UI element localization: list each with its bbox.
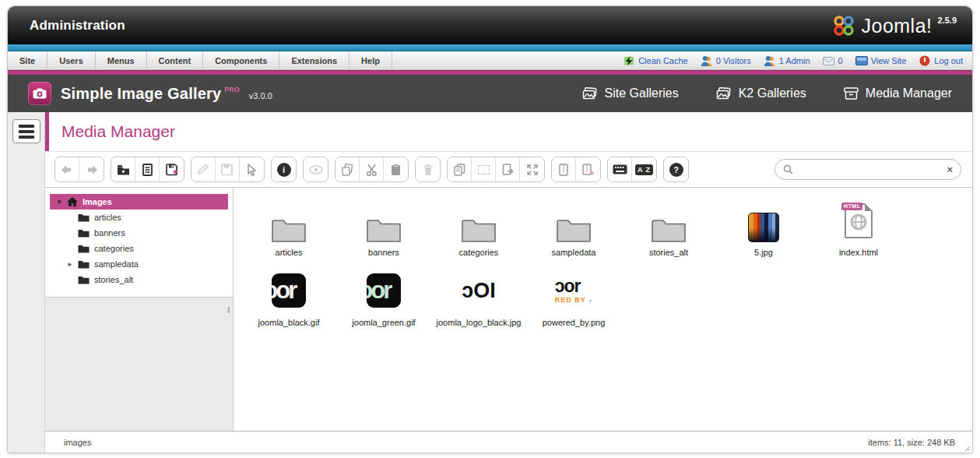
tree-root-images[interactable]: ▼ Images (50, 194, 228, 210)
preview-group (303, 157, 328, 182)
admin-window: Administration Joomla! 2.5.9 Site Users … (8, 6, 972, 453)
tree-item-categories[interactable]: categories (50, 241, 228, 256)
create-group (111, 157, 184, 182)
menu-help[interactable]: Help (349, 51, 392, 69)
tree-item-banners[interactable]: banners (50, 225, 228, 241)
menu-components[interactable]: Components (203, 51, 279, 69)
file-joomla-black-gif[interactable]: ɔor joomla_black.gif (241, 269, 336, 337)
file-folder-stories-alt[interactable]: stories_alt (621, 199, 716, 267)
delete-button[interactable] (416, 157, 440, 181)
k2-galleries-icon (716, 87, 732, 100)
nav-k2-galleries[interactable]: K2 Galleries (716, 86, 806, 100)
file-folder-categories[interactable]: categories (431, 199, 526, 267)
media-body: ▼ Images articles banners (45, 188, 972, 431)
move-button[interactable] (496, 157, 520, 181)
paste-button[interactable] (384, 157, 408, 181)
folder-tree-pane: ▼ Images articles banners (45, 188, 234, 431)
nav-site-galleries[interactable]: Site Galleries (582, 86, 679, 100)
current-path: images (64, 438, 91, 447)
new-file-button[interactable] (135, 157, 160, 181)
save-button[interactable] (216, 157, 240, 181)
zip-add-button[interactable] (576, 157, 600, 181)
duplicate-button[interactable] (448, 157, 472, 181)
upload-save-new-button[interactable] (160, 157, 184, 181)
view-options-group: A Z (607, 157, 657, 182)
sort-az-button[interactable]: A Z (632, 157, 656, 181)
page-title: Media Manager (61, 122, 175, 141)
menu-extensions[interactable]: Extensions (279, 51, 349, 69)
search-input[interactable] (798, 164, 942, 175)
preview-button[interactable] (304, 157, 328, 181)
help-group: ? (663, 157, 689, 182)
menu-toggle-button[interactable] (12, 119, 40, 143)
edit-button[interactable] (191, 157, 216, 181)
menu-site[interactable]: Site (8, 51, 47, 69)
nav-media-manager[interactable]: Media Manager (844, 86, 952, 100)
search-clear-icon[interactable]: × (947, 164, 953, 175)
info-group: i (271, 157, 297, 182)
gif-thumbnail: ɔor (367, 273, 401, 308)
cut-button[interactable] (360, 157, 384, 181)
back-button[interactable] (55, 157, 79, 181)
html-file-icon: HTML (845, 203, 873, 238)
file-index-html[interactable]: HTML index.html (811, 199, 906, 267)
select-pointer-button[interactable] (240, 157, 264, 181)
admin-menubar: Site Users Menus Content Components Exte… (8, 51, 972, 70)
file-grid: articles banners categor (241, 199, 969, 339)
logout-icon (919, 55, 931, 66)
caret-down-icon: ▼ (56, 199, 62, 206)
delete-group (415, 157, 441, 182)
info-button[interactable]: i (272, 157, 296, 181)
tree-item-articles[interactable]: articles (50, 210, 228, 225)
help-button[interactable]: ? (664, 157, 688, 181)
logout-link[interactable]: Log out (919, 55, 963, 66)
menu-content[interactable]: Content (147, 51, 204, 69)
resize-grip-icon[interactable] (964, 446, 971, 452)
tree-item-stories-alt[interactable]: stories_alt (50, 272, 228, 287)
admins-counter[interactable]: 1 Admin (764, 55, 810, 66)
caret-right-icon[interactable]: ► (67, 261, 73, 268)
edit-group (191, 157, 265, 182)
joomla-logo-icon (832, 14, 855, 37)
folder-icon (78, 276, 90, 284)
media-toolbar: i (45, 151, 972, 188)
component-badge: PRO (224, 76, 240, 93)
file-powered-by-png[interactable]: ɔor RED BY ● powered_by.png (526, 269, 621, 337)
component-version: v3.0.0 (249, 86, 272, 100)
messages-counter[interactable]: 0 (823, 55, 843, 66)
menu-menus[interactable]: Menus (96, 51, 147, 69)
archive-group (551, 157, 601, 182)
visitors-counter[interactable]: 0 Visitors (701, 55, 751, 66)
media-manager-icon (844, 87, 859, 100)
menu-users[interactable]: Users (47, 51, 96, 69)
view-site-link[interactable]: View Site (855, 55, 907, 66)
file-joomla-logo-black-jpg[interactable]: ɔOI joomla_logo_black.jpg (431, 269, 526, 337)
file-folder-sampledata[interactable]: sampledata (526, 199, 621, 267)
file-joomla-green-gif[interactable]: ɔor joomla_green.gif (336, 269, 431, 337)
folder-icon (556, 199, 592, 242)
select-area-button[interactable] (472, 157, 496, 181)
items-summary: items: 11, size: 248 KB (868, 438, 955, 447)
blue-divider-bar (8, 44, 972, 51)
joomla-brand: Joomla! 2.5.9 (832, 14, 957, 37)
keyboard-shortcuts-button[interactable] (608, 157, 632, 181)
clean-cache-icon (623, 55, 635, 66)
tree-item-sampledata[interactable]: ► sampledata (50, 256, 228, 272)
main-column: Media Manager i (45, 112, 972, 453)
new-folder-button[interactable] (111, 157, 135, 181)
resize-button[interactable] (520, 157, 544, 181)
zip-button[interactable] (552, 157, 576, 181)
pane-resize-handle[interactable]: ‖ (227, 306, 231, 315)
clean-cache-link[interactable]: Clean Cache (623, 55, 688, 66)
forward-button[interactable] (79, 157, 104, 181)
mail-icon (823, 55, 835, 66)
file-image-5jpg[interactable]: 5.jpg (716, 199, 811, 267)
title-accent-bar (45, 112, 49, 151)
file-folder-banners[interactable]: banners (336, 199, 431, 267)
help-icon: ? (669, 163, 683, 177)
page-title-row: Media Manager (45, 112, 972, 151)
copy-button[interactable] (335, 157, 360, 181)
gif-thumbnail: ɔor (272, 273, 306, 308)
file-folder-articles[interactable]: articles (241, 199, 336, 267)
component-title: Simple Image Gallery (61, 85, 221, 103)
